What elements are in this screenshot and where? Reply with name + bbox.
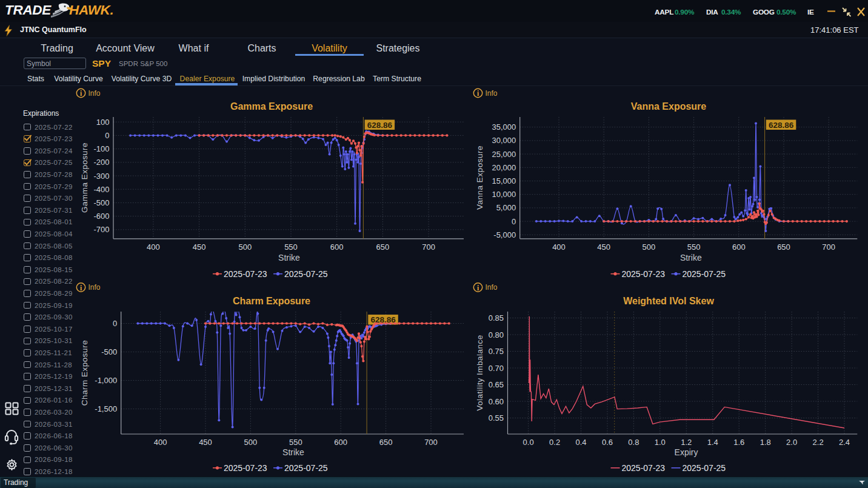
svg-text:i: i xyxy=(477,90,479,97)
svg-text:0: 0 xyxy=(512,217,516,226)
svg-text:0: 0 xyxy=(105,131,109,140)
svg-text:Info: Info xyxy=(486,283,498,292)
svg-text:30,000: 30,000 xyxy=(492,136,516,145)
svg-text:2025-07-25: 2025-07-25 xyxy=(683,269,726,279)
svg-text:0.6: 0.6 xyxy=(602,438,613,447)
svg-text:450: 450 xyxy=(199,438,212,447)
svg-text:550: 550 xyxy=(687,242,701,252)
svg-text:2.4: 2.4 xyxy=(839,438,850,447)
svg-text:0.80: 0.80 xyxy=(489,330,504,339)
svg-text:-500: -500 xyxy=(93,198,109,207)
svg-text:0.70: 0.70 xyxy=(489,364,504,373)
svg-text:1.4: 1.4 xyxy=(707,438,718,447)
svg-text:2025-07-25: 2025-07-25 xyxy=(284,269,328,279)
svg-text:-400: -400 xyxy=(93,185,109,194)
svg-text:400: 400 xyxy=(552,242,566,252)
svg-text:35,000: 35,000 xyxy=(492,122,516,132)
svg-text:2.0: 2.0 xyxy=(786,438,797,447)
svg-text:0.2: 0.2 xyxy=(549,438,560,447)
svg-text:2025-07-23: 2025-07-23 xyxy=(224,269,267,279)
svg-text:1.6: 1.6 xyxy=(733,438,744,447)
svg-text:700: 700 xyxy=(822,242,835,252)
svg-text:650: 650 xyxy=(777,242,790,252)
svg-text:650: 650 xyxy=(379,438,393,447)
svg-text:0.55: 0.55 xyxy=(489,413,504,423)
svg-text:100: 100 xyxy=(96,118,110,127)
svg-text:-700: -700 xyxy=(93,225,109,234)
svg-text:-100: -100 xyxy=(93,144,109,153)
svg-text:500: 500 xyxy=(643,242,656,252)
svg-text:-600: -600 xyxy=(93,212,109,221)
svg-text:0.85: 0.85 xyxy=(489,313,504,323)
svg-text:Info: Info xyxy=(88,89,101,98)
svg-text:0.65: 0.65 xyxy=(489,380,504,389)
svg-text:2025-07-23: 2025-07-23 xyxy=(622,463,666,473)
svg-text:25,000: 25,000 xyxy=(492,150,516,159)
svg-text:Vanna Exposure: Vanna Exposure xyxy=(631,101,707,112)
svg-text:600: 600 xyxy=(330,242,344,252)
svg-text:-1,000: -1,000 xyxy=(95,376,117,385)
svg-text:Volatility Imbalance: Volatility Imbalance xyxy=(475,335,484,411)
svg-text:-5,000: -5,000 xyxy=(493,230,516,239)
svg-text:400: 400 xyxy=(154,438,167,447)
svg-text:Gamma Exposure: Gamma Exposure xyxy=(230,101,313,112)
svg-text:0.4: 0.4 xyxy=(575,438,586,447)
svg-text:0.0: 0.0 xyxy=(523,438,534,447)
svg-text:5,000: 5,000 xyxy=(496,203,516,212)
svg-text:Strike: Strike xyxy=(278,253,300,262)
svg-text:450: 450 xyxy=(597,242,610,252)
svg-text:-300: -300 xyxy=(93,172,109,181)
svg-text:600: 600 xyxy=(732,242,746,252)
svg-text:Info: Info xyxy=(88,283,101,292)
svg-text:Charm Exposure: Charm Exposure xyxy=(233,296,310,306)
svg-text:10,000: 10,000 xyxy=(492,190,516,199)
svg-text:700: 700 xyxy=(422,242,435,252)
svg-text:400: 400 xyxy=(147,242,160,252)
svg-text:i: i xyxy=(477,284,479,292)
svg-text:Strike: Strike xyxy=(282,447,304,457)
svg-text:600: 600 xyxy=(334,438,347,447)
svg-text:550: 550 xyxy=(289,438,302,447)
svg-text:0.8: 0.8 xyxy=(628,438,639,447)
svg-text:2.2: 2.2 xyxy=(813,438,824,447)
svg-text:Gamma Exposure: Gamma Exposure xyxy=(80,142,89,213)
svg-text:2025-07-25: 2025-07-25 xyxy=(284,463,328,473)
svg-text:2025-07-23: 2025-07-23 xyxy=(224,463,267,473)
svg-text:Expiry: Expiry xyxy=(675,447,698,457)
svg-text:Weighted IVol Skew: Weighted IVol Skew xyxy=(623,296,714,306)
svg-text:2025-07-23: 2025-07-23 xyxy=(622,269,666,279)
svg-text:i: i xyxy=(80,90,82,97)
svg-text:Info: Info xyxy=(486,89,498,98)
svg-text:1.0: 1.0 xyxy=(655,438,666,447)
svg-text:15,000: 15,000 xyxy=(492,176,516,186)
svg-text:Strike: Strike xyxy=(680,253,702,262)
svg-text:Charm Exposure: Charm Exposure xyxy=(80,340,89,406)
svg-text:2025-07-25: 2025-07-25 xyxy=(683,463,726,473)
svg-text:0.75: 0.75 xyxy=(489,347,504,356)
svg-text:700: 700 xyxy=(424,438,438,447)
svg-text:500: 500 xyxy=(244,438,258,447)
svg-text:650: 650 xyxy=(376,242,390,252)
svg-text:0.60: 0.60 xyxy=(489,397,504,406)
svg-text:1.8: 1.8 xyxy=(760,438,771,447)
svg-text:450: 450 xyxy=(193,242,206,252)
svg-text:20,000: 20,000 xyxy=(492,163,516,172)
svg-text:-200: -200 xyxy=(93,158,109,167)
svg-text:628.86: 628.86 xyxy=(367,121,393,130)
svg-text:i: i xyxy=(80,284,82,292)
svg-text:550: 550 xyxy=(284,242,298,252)
svg-text:1.2: 1.2 xyxy=(681,438,692,447)
svg-text:0: 0 xyxy=(113,319,117,328)
svg-text:-1,500: -1,500 xyxy=(95,404,117,413)
svg-text:Vanna Exposure: Vanna Exposure xyxy=(475,145,484,210)
svg-text:-500: -500 xyxy=(101,347,117,356)
svg-text:628.86: 628.86 xyxy=(769,121,794,130)
svg-text:500: 500 xyxy=(238,242,252,252)
